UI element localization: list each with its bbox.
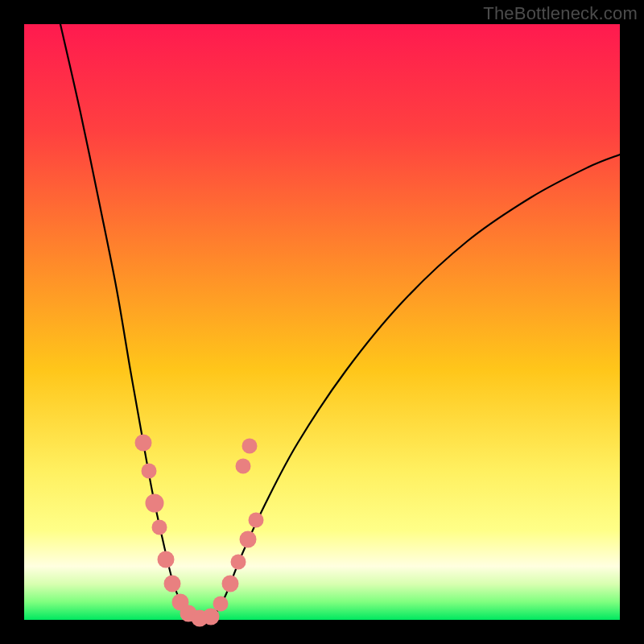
chart-frame: TheBottleneck.com — [0, 0, 644, 644]
plot-area — [24, 24, 620, 620]
curve-layer — [24, 24, 620, 620]
data-marker — [158, 551, 174, 568]
data-marker — [249, 513, 263, 527]
curve-right-branch — [214, 155, 620, 616]
data-marker — [135, 435, 151, 451]
data-marker — [152, 520, 167, 535]
data-marker — [231, 555, 246, 569]
watermark-label: TheBottleneck.com — [483, 3, 638, 24]
data-marker — [236, 459, 250, 473]
data-marker — [146, 494, 163, 512]
data-marker — [242, 439, 257, 453]
data-marker — [240, 531, 256, 547]
data-marker — [222, 576, 238, 592]
data-marker — [203, 609, 219, 625]
curve-left-branch — [60, 24, 188, 616]
data-marker — [164, 576, 180, 592]
data-marker — [213, 597, 228, 611]
data-marker — [142, 464, 156, 478]
